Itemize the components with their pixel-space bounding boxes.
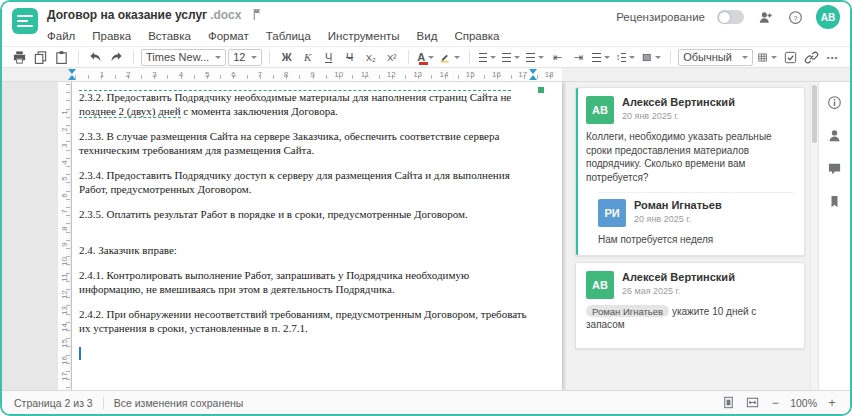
- comment-thread-1[interactable]: АВАлексей Вертинский20 янв 2025 г.Коллег…: [575, 87, 805, 256]
- vertical-scrollbar[interactable]: [810, 82, 818, 390]
- shading-button[interactable]: [639, 48, 663, 66]
- insert-table-button[interactable]: [755, 48, 779, 66]
- menu-help[interactable]: Справка: [454, 30, 499, 42]
- vruler-number: 8: [60, 222, 69, 234]
- menu-table[interactable]: Таблица: [266, 30, 311, 42]
- comment-post: АВАлексей Вертинский20 янв 2025 г.Коллег…: [586, 96, 794, 184]
- paste-button[interactable]: [52, 48, 71, 66]
- numbering-button[interactable]: [500, 48, 522, 66]
- comment-anchor-marker[interactable]: [538, 87, 544, 93]
- italic-button[interactable]: К: [298, 48, 317, 66]
- document-page[interactable]: 2.3.2. Предоставить Подрядчику необходим…: [72, 82, 562, 390]
- doc-paragraph-p-2-4-2[interactable]: 2.4.2. При обнаружении несоответствий тр…: [79, 308, 532, 335]
- copy-button[interactable]: [31, 48, 50, 66]
- print-button[interactable]: [10, 48, 29, 66]
- vruler-number: 7: [60, 206, 69, 218]
- increase-indent-button[interactable]: ⇥: [569, 48, 588, 66]
- font-color-button[interactable]: А: [416, 48, 435, 66]
- menu-insert[interactable]: Вставка: [148, 30, 191, 42]
- text-run: позднее 2 (двух) дней: [79, 105, 181, 118]
- comment-text: Роман Игнатьев укажите 10 дней с запасом: [586, 305, 794, 332]
- line-spacing-button[interactable]: ↕: [614, 48, 637, 66]
- document-title: Договор на оказание услуг: [47, 8, 207, 22]
- vruler-number: 11: [60, 272, 69, 284]
- comment-date: 20 янв 2025 г.: [622, 111, 735, 121]
- scrollbar-thumb[interactable]: [812, 85, 817, 143]
- vertical-ruler[interactable]: 1234567891011121314151617: [58, 82, 72, 390]
- insert-link-button[interactable]: [802, 48, 821, 66]
- doc-paragraph-p-2-3-2[interactable]: 2.3.2. Предоставить Подрядчику необходим…: [79, 91, 532, 118]
- top-bar: Договор на оказание услуг .docx ФайлПрав…: [2, 2, 850, 46]
- app-logo-icon[interactable]: [12, 8, 38, 34]
- app-window: Договор на оказание услуг .docx ФайлПрав…: [0, 0, 852, 416]
- zoom-in-button[interactable]: +: [826, 396, 838, 410]
- left-indent-marker[interactable]: [68, 75, 76, 80]
- first-line-indent-marker[interactable]: [68, 69, 76, 74]
- superscript-button[interactable]: Х²: [382, 48, 401, 66]
- navigation-icon[interactable]: [825, 191, 845, 211]
- menu-format[interactable]: Формат: [208, 30, 249, 42]
- help-icon[interactable]: ?: [786, 8, 804, 26]
- vruler-number: 15: [60, 338, 69, 350]
- hruler-number: 3: [152, 70, 156, 79]
- more-tools-button[interactable]: •••: [823, 48, 842, 66]
- hruler-number: 1: [100, 70, 104, 79]
- horizontal-ruler[interactable]: 123456789101112131415161718: [2, 68, 850, 82]
- align-button[interactable]: [590, 48, 612, 66]
- mention-chip: Роман Игнатьев: [586, 305, 669, 317]
- menu-view[interactable]: Вид: [417, 30, 438, 42]
- hruler-number: 15: [466, 70, 475, 79]
- vruler-number: 5: [60, 173, 69, 185]
- menu-file[interactable]: Файл: [47, 30, 75, 42]
- zoom-out-button[interactable]: −: [769, 396, 781, 410]
- right-margin-marker[interactable]: [529, 69, 537, 74]
- text-run: 2.3.5. Оплатить результат Работ в порядк…: [79, 208, 468, 220]
- review-toggle[interactable]: [717, 10, 744, 24]
- multilevel-list-button[interactable]: [524, 48, 546, 66]
- menu-tools[interactable]: Инструменты: [328, 30, 400, 42]
- font-size-select[interactable]: 12: [228, 49, 262, 66]
- menu-edit[interactable]: Правка: [92, 30, 131, 42]
- comment-post: АВАлексей Вертинский26 мая 2025 г.Роман …: [586, 271, 794, 332]
- doc-paragraph-p-2-4-1[interactable]: 2.4.1. Контролировать выполнение Работ, …: [79, 269, 532, 296]
- page-indicator[interactable]: Страница 2 из 3: [14, 397, 93, 409]
- decrease-indent-button[interactable]: ⇤: [548, 48, 567, 66]
- hruler-number: 14: [439, 70, 448, 79]
- bullets-button[interactable]: [477, 48, 499, 66]
- vruler-number: 4: [60, 156, 69, 168]
- zoom-level[interactable]: 100%: [790, 397, 817, 409]
- comments-panel: АВАлексей Вертинский20 янв 2025 г.Коллег…: [566, 82, 810, 390]
- doc-paragraph-p-2-3-4[interactable]: 2.3.4. Предоставить Подрядчику доступ к …: [79, 169, 532, 196]
- info-icon[interactable]: [825, 92, 845, 112]
- paragraph-style-select-value: Обычный: [683, 51, 732, 63]
- strikethrough-button[interactable]: Ч: [340, 48, 359, 66]
- bold-button[interactable]: Ж: [277, 48, 296, 66]
- doc-paragraph-p-2-3-3[interactable]: 2.3.3. В случае размещения Сайта на серв…: [79, 130, 532, 157]
- undo-button[interactable]: [86, 48, 105, 66]
- doc-paragraph-p-2-4[interactable]: 2.4. Заказчик вправе:: [79, 244, 532, 258]
- underline-button[interactable]: Ч: [319, 48, 338, 66]
- redo-button[interactable]: [107, 48, 126, 66]
- subscript-button[interactable]: Х₂: [361, 48, 380, 66]
- chat-icon[interactable]: [825, 158, 845, 178]
- insert-checkbox-button[interactable]: [781, 48, 800, 66]
- comment-thread-2[interactable]: АВАлексей Вертинский26 мая 2025 г.Роман …: [575, 262, 805, 349]
- toolbar: Times New...12ЖКЧЧХ₂Х²А⇤⇥↕Обычный•••: [2, 46, 850, 68]
- add-user-icon[interactable]: [756, 8, 774, 26]
- hruler-number: 8: [284, 70, 288, 79]
- hruler-number: 2: [126, 70, 130, 79]
- font-family-select[interactable]: Times New...: [141, 49, 226, 66]
- comment-avatar: АВ: [586, 271, 614, 299]
- ruler-ticks: [75, 75, 557, 79]
- fit-width-button[interactable]: [745, 395, 760, 410]
- right-indent-marker[interactable]: [529, 75, 537, 80]
- doc-paragraph-p-2-3-5[interactable]: 2.3.5. Оплатить результат Работ в порядк…: [79, 208, 532, 222]
- feedback-icon[interactable]: [825, 125, 845, 145]
- favorite-flag-icon[interactable]: [250, 7, 265, 22]
- paragraph-style-select[interactable]: Обычный: [678, 49, 752, 66]
- fit-page-button[interactable]: [721, 395, 736, 410]
- doc-paragraph-p-cursor[interactable]: [79, 347, 532, 362]
- highlight-color-button[interactable]: [437, 48, 461, 66]
- user-avatar[interactable]: АВ: [816, 5, 840, 29]
- status-bar: Страница 2 из 3 Все изменения сохранены …: [2, 390, 850, 414]
